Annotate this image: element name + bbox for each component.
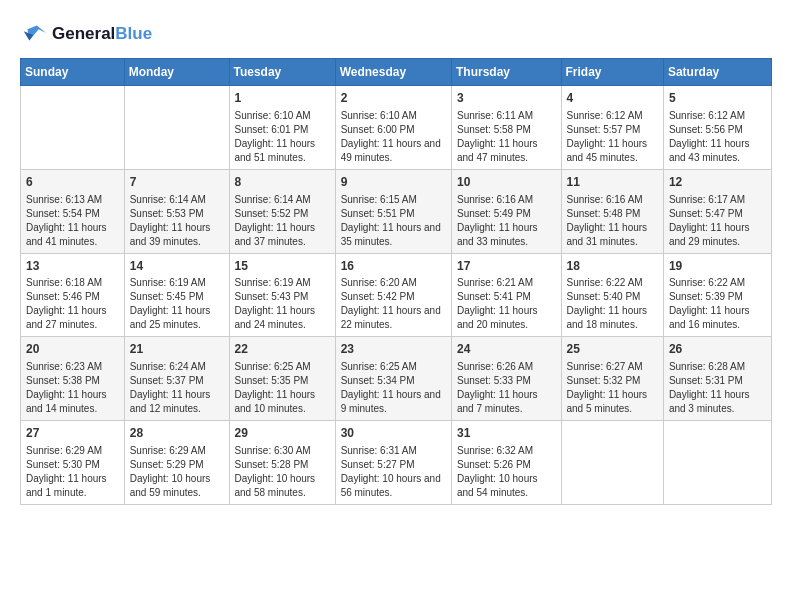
calendar-cell [663, 421, 771, 505]
calendar-week-1: 1Sunrise: 6:10 AMSunset: 6:01 PMDaylight… [21, 86, 772, 170]
day-info: Sunrise: 6:12 AMSunset: 5:57 PMDaylight:… [567, 109, 658, 165]
day-info: Sunrise: 6:26 AMSunset: 5:33 PMDaylight:… [457, 360, 556, 416]
calendar-cell: 10Sunrise: 6:16 AMSunset: 5:49 PMDayligh… [451, 169, 561, 253]
day-info: Sunrise: 6:29 AMSunset: 5:29 PMDaylight:… [130, 444, 224, 500]
calendar-cell: 23Sunrise: 6:25 AMSunset: 5:34 PMDayligh… [335, 337, 451, 421]
calendar-cell: 15Sunrise: 6:19 AMSunset: 5:43 PMDayligh… [229, 253, 335, 337]
day-number: 30 [341, 425, 446, 442]
calendar-cell: 27Sunrise: 6:29 AMSunset: 5:30 PMDayligh… [21, 421, 125, 505]
day-number: 11 [567, 174, 658, 191]
weekday-header-wednesday: Wednesday [335, 59, 451, 86]
day-info: Sunrise: 6:20 AMSunset: 5:42 PMDaylight:… [341, 276, 446, 332]
day-info: Sunrise: 6:27 AMSunset: 5:32 PMDaylight:… [567, 360, 658, 416]
calendar-cell: 5Sunrise: 6:12 AMSunset: 5:56 PMDaylight… [663, 86, 771, 170]
page-header: GeneralBlue [20, 20, 772, 48]
calendar-cell: 25Sunrise: 6:27 AMSunset: 5:32 PMDayligh… [561, 337, 663, 421]
day-number: 7 [130, 174, 224, 191]
day-number: 13 [26, 258, 119, 275]
calendar-cell: 31Sunrise: 6:32 AMSunset: 5:26 PMDayligh… [451, 421, 561, 505]
weekday-header-saturday: Saturday [663, 59, 771, 86]
logo-text: GeneralBlue [52, 24, 152, 44]
day-number: 15 [235, 258, 330, 275]
calendar-week-5: 27Sunrise: 6:29 AMSunset: 5:30 PMDayligh… [21, 421, 772, 505]
calendar-week-2: 6Sunrise: 6:13 AMSunset: 5:54 PMDaylight… [21, 169, 772, 253]
day-number: 12 [669, 174, 766, 191]
logo: GeneralBlue [20, 20, 152, 48]
calendar-cell: 14Sunrise: 6:19 AMSunset: 5:45 PMDayligh… [124, 253, 229, 337]
day-number: 26 [669, 341, 766, 358]
day-info: Sunrise: 6:22 AMSunset: 5:40 PMDaylight:… [567, 276, 658, 332]
calendar-cell: 19Sunrise: 6:22 AMSunset: 5:39 PMDayligh… [663, 253, 771, 337]
day-info: Sunrise: 6:23 AMSunset: 5:38 PMDaylight:… [26, 360, 119, 416]
weekday-header-friday: Friday [561, 59, 663, 86]
day-number: 8 [235, 174, 330, 191]
day-number: 4 [567, 90, 658, 107]
calendar-cell: 8Sunrise: 6:14 AMSunset: 5:52 PMDaylight… [229, 169, 335, 253]
day-info: Sunrise: 6:10 AMSunset: 6:00 PMDaylight:… [341, 109, 446, 165]
day-number: 3 [457, 90, 556, 107]
weekday-header-sunday: Sunday [21, 59, 125, 86]
day-info: Sunrise: 6:29 AMSunset: 5:30 PMDaylight:… [26, 444, 119, 500]
logo-icon [20, 20, 48, 48]
weekday-header-monday: Monday [124, 59, 229, 86]
calendar-cell: 20Sunrise: 6:23 AMSunset: 5:38 PMDayligh… [21, 337, 125, 421]
day-number: 9 [341, 174, 446, 191]
calendar-cell: 6Sunrise: 6:13 AMSunset: 5:54 PMDaylight… [21, 169, 125, 253]
day-number: 10 [457, 174, 556, 191]
day-number: 20 [26, 341, 119, 358]
day-number: 31 [457, 425, 556, 442]
calendar-cell [561, 421, 663, 505]
day-info: Sunrise: 6:28 AMSunset: 5:31 PMDaylight:… [669, 360, 766, 416]
calendar-cell: 30Sunrise: 6:31 AMSunset: 5:27 PMDayligh… [335, 421, 451, 505]
calendar-cell: 12Sunrise: 6:17 AMSunset: 5:47 PMDayligh… [663, 169, 771, 253]
calendar-table: SundayMondayTuesdayWednesdayThursdayFrid… [20, 58, 772, 505]
calendar-week-4: 20Sunrise: 6:23 AMSunset: 5:38 PMDayligh… [21, 337, 772, 421]
day-info: Sunrise: 6:10 AMSunset: 6:01 PMDaylight:… [235, 109, 330, 165]
day-info: Sunrise: 6:17 AMSunset: 5:47 PMDaylight:… [669, 193, 766, 249]
day-number: 22 [235, 341, 330, 358]
day-info: Sunrise: 6:13 AMSunset: 5:54 PMDaylight:… [26, 193, 119, 249]
day-info: Sunrise: 6:18 AMSunset: 5:46 PMDaylight:… [26, 276, 119, 332]
calendar-cell: 7Sunrise: 6:14 AMSunset: 5:53 PMDaylight… [124, 169, 229, 253]
day-number: 17 [457, 258, 556, 275]
day-number: 23 [341, 341, 446, 358]
day-number: 21 [130, 341, 224, 358]
day-number: 19 [669, 258, 766, 275]
day-info: Sunrise: 6:12 AMSunset: 5:56 PMDaylight:… [669, 109, 766, 165]
day-info: Sunrise: 6:15 AMSunset: 5:51 PMDaylight:… [341, 193, 446, 249]
calendar-cell: 17Sunrise: 6:21 AMSunset: 5:41 PMDayligh… [451, 253, 561, 337]
calendar-cell [124, 86, 229, 170]
day-number: 16 [341, 258, 446, 275]
day-number: 25 [567, 341, 658, 358]
day-info: Sunrise: 6:24 AMSunset: 5:37 PMDaylight:… [130, 360, 224, 416]
day-number: 1 [235, 90, 330, 107]
calendar-cell: 13Sunrise: 6:18 AMSunset: 5:46 PMDayligh… [21, 253, 125, 337]
day-number: 27 [26, 425, 119, 442]
calendar-cell: 2Sunrise: 6:10 AMSunset: 6:00 PMDaylight… [335, 86, 451, 170]
day-number: 6 [26, 174, 119, 191]
calendar-cell: 3Sunrise: 6:11 AMSunset: 5:58 PMDaylight… [451, 86, 561, 170]
day-info: Sunrise: 6:14 AMSunset: 5:53 PMDaylight:… [130, 193, 224, 249]
day-number: 18 [567, 258, 658, 275]
calendar-cell: 9Sunrise: 6:15 AMSunset: 5:51 PMDaylight… [335, 169, 451, 253]
calendar-cell [21, 86, 125, 170]
weekday-header-thursday: Thursday [451, 59, 561, 86]
calendar-cell: 24Sunrise: 6:26 AMSunset: 5:33 PMDayligh… [451, 337, 561, 421]
day-info: Sunrise: 6:31 AMSunset: 5:27 PMDaylight:… [341, 444, 446, 500]
calendar-week-3: 13Sunrise: 6:18 AMSunset: 5:46 PMDayligh… [21, 253, 772, 337]
day-info: Sunrise: 6:30 AMSunset: 5:28 PMDaylight:… [235, 444, 330, 500]
day-info: Sunrise: 6:19 AMSunset: 5:43 PMDaylight:… [235, 276, 330, 332]
calendar-body: 1Sunrise: 6:10 AMSunset: 6:01 PMDaylight… [21, 86, 772, 505]
day-info: Sunrise: 6:25 AMSunset: 5:35 PMDaylight:… [235, 360, 330, 416]
calendar-cell: 26Sunrise: 6:28 AMSunset: 5:31 PMDayligh… [663, 337, 771, 421]
calendar-cell: 1Sunrise: 6:10 AMSunset: 6:01 PMDaylight… [229, 86, 335, 170]
calendar-cell: 16Sunrise: 6:20 AMSunset: 5:42 PMDayligh… [335, 253, 451, 337]
day-number: 24 [457, 341, 556, 358]
day-number: 29 [235, 425, 330, 442]
calendar-cell: 4Sunrise: 6:12 AMSunset: 5:57 PMDaylight… [561, 86, 663, 170]
day-info: Sunrise: 6:32 AMSunset: 5:26 PMDaylight:… [457, 444, 556, 500]
day-info: Sunrise: 6:16 AMSunset: 5:48 PMDaylight:… [567, 193, 658, 249]
weekday-header-tuesday: Tuesday [229, 59, 335, 86]
day-info: Sunrise: 6:19 AMSunset: 5:45 PMDaylight:… [130, 276, 224, 332]
day-info: Sunrise: 6:25 AMSunset: 5:34 PMDaylight:… [341, 360, 446, 416]
